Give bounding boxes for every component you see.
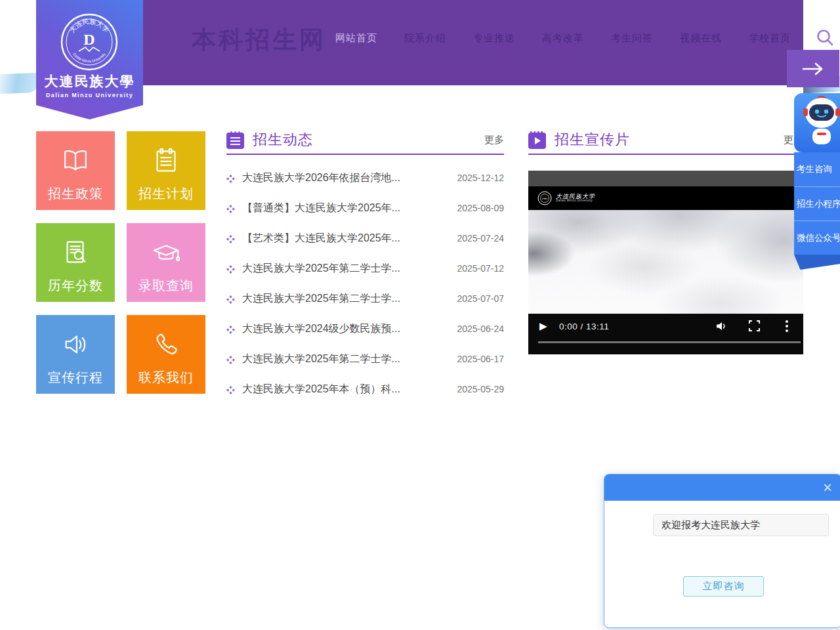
news-item[interactable]: 【普通类】大连民族大学2025年...2025-08-09 xyxy=(226,193,504,223)
video-watermark-en: Dalian Minzu University xyxy=(556,200,595,203)
panel-tail xyxy=(794,255,840,270)
nav-item-5[interactable]: 考生问答 xyxy=(611,32,653,45)
fullscreen-icon[interactable] xyxy=(749,320,760,331)
news-item[interactable]: 大连民族大学2025年第二学士学...2025-06-17 xyxy=(226,344,504,374)
tile-招生计划[interactable]: 招生计划 xyxy=(127,131,205,210)
video-frame[interactable] xyxy=(528,210,803,314)
cross-bullet-icon xyxy=(226,204,235,213)
video-timecode: 0:00 / 13:11 xyxy=(559,322,609,331)
cross-bullet-icon xyxy=(226,264,235,273)
popup-header: × xyxy=(604,474,840,501)
news-item[interactable]: 大连民族大学2026年依据台湾地...2025-12-12 xyxy=(226,163,504,193)
video-controls: ▶ 0:00 / 13:11 xyxy=(528,314,803,354)
video-progress-bar[interactable] xyxy=(538,341,801,344)
admissions-homepage: 本科招生网 网站首页院系介绍专业推送高考改革考生问答视频在线学校首页 大 xyxy=(0,0,840,630)
speaker-icon xyxy=(60,329,91,360)
mascot-bubble[interactable] xyxy=(794,93,840,152)
video-title-strip: 大连民族大学 Dalian Minzu University xyxy=(528,186,803,210)
clipboard-icon xyxy=(151,146,181,176)
news-item-date: 2025-07-24 xyxy=(457,233,504,243)
consult-popup: × 立即咨询 xyxy=(604,474,840,628)
news-item-date: 2025-06-24 xyxy=(457,324,504,334)
news-item[interactable]: 大连民族大学2024级少数民族预...2025-06-24 xyxy=(226,314,504,344)
tile-label: 联系我们 xyxy=(138,369,194,387)
cross-bullet-icon xyxy=(226,295,235,303)
tile-招生政策[interactable]: 招生政策 xyxy=(36,131,115,210)
consult-now-button[interactable]: 立即咨询 xyxy=(683,576,764,597)
news-item-date: 2025-07-07 xyxy=(457,293,504,304)
floating-help-panel: 考生咨询招生小程序微信公众号 xyxy=(794,93,840,270)
nav-item-1[interactable]: 网站首页 xyxy=(335,32,377,45)
news-item-title: 【艺术类】大连民族大学2025年... xyxy=(242,232,450,245)
nav-item-2[interactable]: 院系介绍 xyxy=(404,32,446,45)
nav-item-3[interactable]: 专业推送 xyxy=(473,32,515,45)
video-section: 招生宣传片 更多 xyxy=(528,129,803,155)
site-title: 本科招生网 xyxy=(192,24,326,56)
university-logo-pennant: 大连民族大学 D Dalian Minzu University 大連民族大學 … xyxy=(36,0,143,119)
news-item[interactable]: 【艺术类】大连民族大学2025年...2025-07-24 xyxy=(226,223,504,253)
nav-item-4[interactable]: 高考改革 xyxy=(542,32,584,45)
right-arrow-icon xyxy=(801,62,825,76)
news-item-title: 大连民族大学2025年第二学士学... xyxy=(242,262,450,276)
play-icon[interactable]: ▶ xyxy=(539,320,547,332)
svg-text:D: D xyxy=(83,31,94,48)
video-player[interactable]: 大连民族大学 Dalian Minzu University ▶ 0:00 / … xyxy=(528,171,803,354)
news-section-title: 招生动态 xyxy=(253,130,484,150)
float-button-list: 考生咨询招生小程序微信公众号 xyxy=(794,152,840,255)
news-item-title: 大连民族大学2024级少数民族预... xyxy=(242,322,450,336)
news-item-title: 【普通类】大连民族大学2025年... xyxy=(242,201,450,215)
float-button-考生咨询[interactable]: 考生咨询 xyxy=(794,152,840,186)
logo-en-name: Dalian Minzu University xyxy=(36,92,143,98)
nav-item-7[interactable]: 学校首页 xyxy=(749,32,791,45)
kebab-menu-icon[interactable] xyxy=(785,320,789,333)
tile-宣传行程[interactable]: 宣传行程 xyxy=(36,315,115,394)
tile-联系我们[interactable]: 联系我们 xyxy=(127,315,205,394)
tile-label: 招生政策 xyxy=(48,185,103,203)
news-item[interactable]: 大连民族大学2025年第二学士学...2025-07-07 xyxy=(226,284,504,314)
float-button-微信公众号[interactable]: 微信公众号 xyxy=(794,220,840,255)
volume-icon[interactable] xyxy=(715,320,727,332)
memo-icon xyxy=(226,131,244,149)
news-item-title: 大连民族大学2025年第二学士学... xyxy=(242,292,450,306)
cross-bullet-icon xyxy=(226,174,235,182)
news-item-title: 大连民族大学2025年第二学士学... xyxy=(242,352,450,366)
tile-label: 宣传行程 xyxy=(48,369,103,387)
book-icon xyxy=(60,146,91,176)
search-button[interactable] xyxy=(814,28,835,49)
news-item-title: 大连民族大学2025年本（预）科... xyxy=(242,383,450,396)
video-rule xyxy=(528,154,803,155)
phone-icon xyxy=(151,329,181,360)
video-section-title: 招生宣传片 xyxy=(555,130,784,150)
quick-link-tiles: 招生政策招生计划历年分数录取查询宣传行程联系我们 xyxy=(36,131,205,394)
grad-cap-icon xyxy=(151,238,181,268)
news-item[interactable]: 大连民族大学2025年本（预）科...2025-05-29 xyxy=(226,374,504,404)
news-item-date: 2025-07-12 xyxy=(457,263,504,274)
cross-bullet-icon xyxy=(226,355,235,364)
tile-label: 历年分数 xyxy=(48,277,103,295)
news-more-link[interactable]: 更多 xyxy=(484,134,504,146)
robot-mascot-icon xyxy=(798,92,840,152)
news-item-date: 2025-12-12 xyxy=(457,173,504,183)
search-icon xyxy=(814,28,835,49)
cross-bullet-icon xyxy=(226,385,235,394)
tile-历年分数[interactable]: 历年分数 xyxy=(36,223,115,302)
consult-message-input[interactable] xyxy=(653,514,829,536)
news-item-date: 2025-06-17 xyxy=(457,354,504,364)
news-item-date: 2025-08-09 xyxy=(457,203,504,213)
news-item-title: 大连民族大学2026年依据台湾地... xyxy=(242,171,450,185)
close-icon[interactable]: × xyxy=(823,478,832,497)
news-section: 招生动态 更多 大连民族大学2026年依据台湾地...2025-12-12【普通… xyxy=(226,129,504,404)
float-button-招生小程序[interactable]: 招生小程序 xyxy=(794,186,840,220)
tile-label: 招生计划 xyxy=(138,185,194,203)
news-item-date: 2025-05-29 xyxy=(457,384,504,394)
university-seal-icon: 大连民族大学 D Dalian Minzu University xyxy=(60,13,118,71)
news-item[interactable]: 大连民族大学2025年第二学士学...2025-07-12 xyxy=(226,253,504,284)
tile-录取查询[interactable]: 录取查询 xyxy=(127,223,205,302)
video-icon xyxy=(528,131,546,149)
video-watermark-seal-icon xyxy=(537,191,552,205)
news-list: 大连民族大学2026年依据台湾地...2025-12-12【普通类】大连民族大学… xyxy=(226,155,504,404)
video-letterbox-top xyxy=(528,171,803,186)
banner-next-button[interactable] xyxy=(787,50,839,87)
doc-search-icon xyxy=(60,238,91,268)
nav-item-6[interactable]: 视频在线 xyxy=(680,32,722,45)
